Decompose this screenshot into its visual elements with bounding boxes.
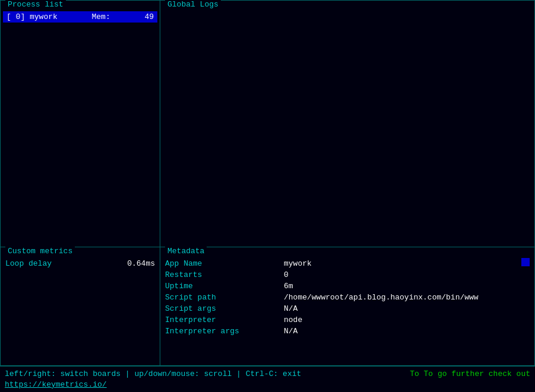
metadata-key-4: Script args [165,304,284,313]
top-panels: Process list [ 0] mywork Mem: 49 Global … [0,0,535,247]
bottom-panels: Custom metrics Loop delay 0.64ms Metadat… [0,247,535,366]
process-list-title: Process list [5,0,66,9]
metadata-panel: Metadata App Name mywork Restarts 0 Upti… [160,247,535,366]
global-logs-panel: Global Logs [160,0,535,247]
status-bar: left/right: switch boards | up/down/mous… [0,366,535,392]
process-list-panel: Process list [ 0] mywork Mem: 49 [0,0,160,247]
process-item[interactable]: [ 0] mywork Mem: 49 [3,11,157,23]
metadata-content: App Name mywork Restarts 0 Uptime 6m Scr… [160,247,534,343]
status-link[interactable]: https://keymetrics.io/ [5,380,107,389]
process-mem-label: Mem: [92,12,110,21]
metadata-key-2: Uptime [165,282,284,291]
loop-delay-value: 0.64ms [127,259,155,268]
metadata-row-3: Script path /home/wwwroot/api.blog.haoyi… [165,293,530,302]
metadata-val-1: 0 [284,270,530,279]
metadata-row-1: Restarts 0 [165,270,530,279]
status-right-text: To To go further check out [410,369,530,378]
metadata-title: Metadata [165,247,207,256]
loop-delay-label: Loop delay [5,259,52,268]
status-line1: left/right: switch boards | up/down/mous… [5,369,530,378]
custom-metrics-title: Custom metrics [5,247,75,256]
status-further-text: To go further check out [424,369,530,378]
metadata-badge [521,258,530,266]
metadata-row-4: Script args N/A [165,304,530,313]
metadata-key-0: App Name [165,259,284,268]
metadata-row-2: Uptime 6m [165,282,530,291]
status-to-text: To [410,369,423,378]
process-id-name: [ 0] mywork [7,12,58,21]
metadata-val-0: mywork [284,259,530,268]
metadata-key-6: Interpreter args [165,327,284,336]
metadata-val-6: N/A [284,327,530,336]
metadata-row-0: App Name mywork [165,259,530,268]
metadata-val-5: node [284,315,530,324]
metadata-val-3: /home/wwwroot/api.blog.haoyinx.com/bin/w… [284,293,530,302]
metadata-row-6: Interpreter args N/A [165,327,530,336]
metadata-key-1: Restarts [165,270,284,279]
metadata-val-4: N/A [284,304,530,313]
metadata-key-3: Script path [165,293,284,302]
global-logs-title: Global Logs [165,0,221,9]
custom-metrics-panel: Custom metrics Loop delay 0.64ms [0,247,160,366]
metrics-row-loop-delay: Loop delay 0.64ms [5,259,155,268]
status-line2: https://keymetrics.io/ [5,380,530,389]
metadata-key-5: Interpreter [165,315,284,324]
process-mem-value: 49 [144,12,154,21]
status-left-text: left/right: switch boards | up/down/mous… [5,369,301,378]
main-container: Process list [ 0] mywork Mem: 49 Global … [0,0,535,392]
metadata-val-2: 6m [284,282,530,291]
metadata-row-5: Interpreter node [165,315,530,324]
